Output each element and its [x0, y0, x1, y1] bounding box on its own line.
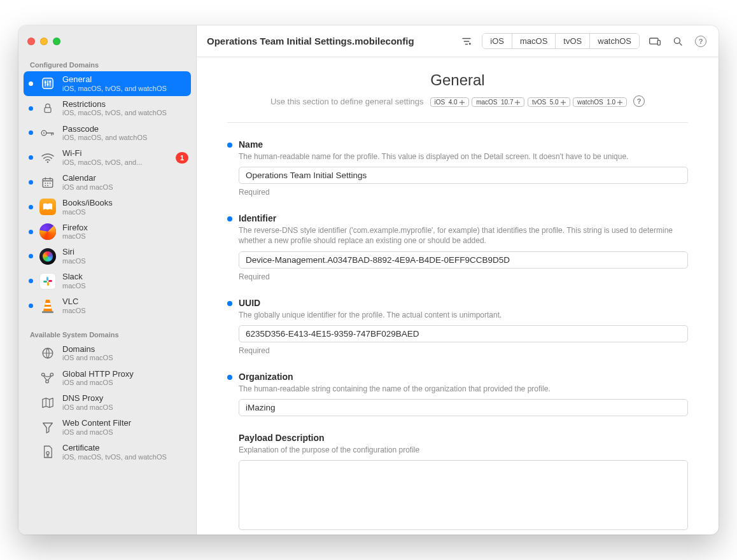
sidebar-item-general[interactable]: General iOS, macOS, tvOS, and watchOS [24, 71, 191, 96]
field-payload_description: Payload Description Explanation of the p… [227, 433, 688, 533]
uuid-input[interactable] [239, 325, 688, 342]
help-icon[interactable]: ? [693, 34, 708, 49]
window-root: Configured Domains General iOS, macOS, t… [18, 25, 719, 535]
sidebar-item-books-ibooks[interactable]: Books/iBooks macOS [18, 195, 196, 220]
platform-chip-watchos[interactable]: watchOS 1.0 [573, 97, 627, 107]
sidebar-item-global-http-proxy[interactable]: Global HTTP Proxy iOS and macOS [18, 366, 196, 391]
sidebar-item-slack[interactable]: Slack macOS [18, 269, 196, 293]
platform-pill-tvos[interactable]: tvOS [556, 34, 590, 48]
status-dot [29, 81, 33, 86]
main: Operations Team Initial Settings.mobilec… [197, 25, 719, 535]
platform-pill-ios[interactable]: iOS [482, 34, 512, 48]
firefox-app-icon [39, 223, 56, 240]
sidebar-item-text: Global HTTP Proxy iOS and macOS [62, 369, 188, 388]
sidebar-item-title: Passcode [62, 124, 188, 134]
payload_description-input[interactable] [239, 460, 688, 530]
organization-input[interactable] [239, 399, 688, 416]
sidebar-item-dns-proxy[interactable]: DNS Proxy iOS and macOS [18, 390, 196, 415]
sidebar-item-subtitle: iOS, macOS, tvOS, and watchOS [62, 109, 188, 117]
field-label: Identifier [239, 213, 276, 223]
svg-rect-15 [43, 281, 47, 283]
name-input[interactable] [239, 167, 688, 184]
sidebar-item-text: Wi-Fi iOS, macOS, tvOS, and... [62, 148, 169, 167]
field-organization: Organization The human-readable string c… [227, 372, 688, 416]
sidebar-item-title: Global HTTP Proxy [62, 369, 188, 379]
info-button[interactable]: ? [633, 95, 645, 107]
device-icon[interactable] [647, 34, 663, 49]
funnel-icon [39, 419, 56, 436]
sidebar-item-title: Wi-Fi [62, 148, 169, 158]
window-minimize-button[interactable] [40, 38, 48, 45]
sidebar-item-title: Calendar [62, 173, 188, 183]
svg-point-13 [47, 185, 48, 186]
sidebar-item-domains[interactable]: Domains iOS and macOS [18, 341, 196, 366]
platform-pill-watchos[interactable]: watchOS [590, 34, 639, 48]
sidebar-item-title: VLC [62, 297, 188, 307]
window-zoom-button[interactable] [53, 38, 60, 45]
field-description: The human-readable name for the profile.… [239, 151, 688, 162]
field-description: The human-readable string containing the… [239, 384, 688, 394]
field-indicator [227, 301, 232, 306]
map-icon [39, 395, 56, 411]
sidebar-item-web-content-filter[interactable]: Web Content Filter iOS and macOS [18, 415, 196, 440]
sidebar-item-text: Calendar iOS and macOS [62, 173, 188, 192]
svg-rect-14 [46, 277, 48, 281]
sidebar-item-text: Books/iBooks macOS [62, 198, 188, 216]
platform-chip-macos[interactable]: macOS 10.7 [472, 97, 524, 107]
svg-point-11 [50, 183, 51, 184]
svg-point-12 [45, 185, 46, 186]
filter-icon[interactable] [459, 34, 474, 49]
platform-chip-ios[interactable]: iOS 4.0 [430, 97, 469, 107]
status-dot [29, 205, 33, 209]
sidebar-item-title: Slack [62, 272, 188, 282]
platform-pill-macos[interactable]: macOS [512, 34, 556, 48]
status-dot [29, 106, 33, 111]
sidebar: Configured Domains General iOS, macOS, t… [18, 25, 197, 535]
sidebar-item-text: General iOS, macOS, tvOS, and watchOS [62, 74, 183, 93]
content-scroll[interactable]: General Use this section to define gener… [197, 57, 719, 535]
status-dot [29, 304, 33, 308]
sidebar-item-firefox[interactable]: Firefox macOS [18, 220, 196, 244]
svg-point-1 [45, 81, 46, 83]
field-label: UUID [239, 298, 260, 308]
siri-app-icon [39, 248, 56, 265]
required-label: Required [239, 346, 688, 355]
sidebar-item-subtitle: iOS, macOS, tvOS, and watchOS [62, 453, 188, 461]
sidebar-item-text: DNS Proxy iOS and macOS [62, 393, 188, 412]
sidebar-item-title: Restrictions [62, 99, 188, 109]
field-description: The globally unique identifier for the p… [239, 310, 688, 320]
sidebar-item-subtitle: iOS, macOS, and watchOS [62, 134, 188, 142]
window-title: Operations Team Initial Settings.mobilec… [207, 36, 414, 46]
sidebar-item-title: General [62, 74, 183, 85]
svg-point-3 [49, 81, 51, 83]
sidebar-item-subtitle: macOS [62, 307, 188, 315]
field-uuid: UUID The globally unique identifier for … [227, 298, 688, 355]
field-description: The reverse-DNS style identifier ('com.e… [239, 225, 688, 246]
divider [227, 122, 688, 123]
sidebar-item-wi-fi[interactable]: Wi-Fi iOS, macOS, tvOS, and... 1 [18, 145, 196, 170]
sidebar-item-restrictions[interactable]: Restrictions iOS, macOS, tvOS, and watch… [18, 96, 196, 121]
window-close-button[interactable] [27, 38, 35, 45]
calendar-icon [39, 174, 56, 191]
svg-rect-4 [45, 108, 51, 113]
sidebar-item-text: Firefox macOS [62, 223, 188, 241]
identifier-input[interactable] [239, 251, 688, 269]
page-subtitle-row: Use this section to define general setti… [227, 95, 688, 107]
status-dot [29, 450, 33, 454]
sidebar-scroll[interactable]: Configured Domains General iOS, macOS, t… [18, 57, 196, 535]
search-icon[interactable] [670, 34, 685, 49]
field-indicator [227, 143, 232, 148]
required-label: Required [239, 188, 688, 197]
sidebar-item-siri[interactable]: Siri macOS [18, 244, 196, 269]
sidebar-item-certificate[interactable]: Certificate iOS, macOS, tvOS, and watchO… [18, 440, 196, 465]
sidebar-item-title: Books/iBooks [62, 198, 188, 208]
status-dot [29, 400, 33, 405]
proxy-icon [39, 370, 56, 386]
sidebar-item-text: Siri macOS [62, 247, 188, 265]
sidebar-item-vlc[interactable]: VLC macOS [18, 293, 196, 318]
sidebar-item-passcode[interactable]: Passcode iOS, macOS, and watchOS [18, 121, 196, 146]
sidebar-item-calendar[interactable]: Calendar iOS and macOS [18, 170, 196, 195]
sidebar-item-subtitle: iOS and macOS [62, 183, 188, 192]
platform-chip-tvos[interactable]: tvOS 5.0 [528, 97, 570, 107]
key-icon [39, 125, 56, 141]
